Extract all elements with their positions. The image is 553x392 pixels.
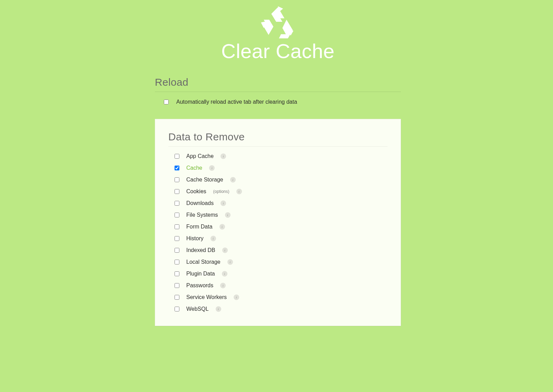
data-item-checkbox[interactable] bbox=[175, 307, 179, 311]
info-icon[interactable]: i bbox=[222, 271, 227, 277]
data-item-row: Form Datai bbox=[175, 223, 387, 230]
data-item-row: Passwordsi bbox=[175, 282, 387, 289]
info-icon[interactable]: i bbox=[236, 189, 242, 194]
auto-reload-checkbox[interactable] bbox=[164, 100, 169, 104]
data-item-checkbox[interactable] bbox=[175, 201, 179, 206]
page-container: Clear Cache Reload Automatically reload … bbox=[155, 0, 401, 326]
data-item-checkbox[interactable] bbox=[175, 213, 179, 217]
data-item-label[interactable]: App Cache bbox=[186, 153, 214, 160]
data-item-label[interactable]: WebSQL bbox=[186, 306, 209, 312]
page-title: Clear Cache bbox=[155, 39, 401, 63]
data-item-row: Cachei bbox=[175, 165, 387, 171]
info-icon[interactable]: i bbox=[221, 200, 226, 206]
data-item-checkbox[interactable] bbox=[175, 177, 179, 182]
reload-section: Reload Automatically reload active tab a… bbox=[155, 76, 401, 106]
auto-reload-label[interactable]: Automatically reload active tab after cl… bbox=[176, 99, 297, 105]
data-item-label[interactable]: Plugin Data bbox=[186, 270, 215, 277]
data-item-label[interactable]: Cookies bbox=[186, 188, 206, 195]
data-item-row: App Cachei bbox=[175, 153, 387, 160]
data-item-row: Historyi bbox=[175, 235, 387, 242]
info-icon[interactable]: i bbox=[209, 165, 215, 171]
data-item-label[interactable]: Local Storage bbox=[186, 259, 221, 265]
data-item-row: Indexed DBi bbox=[175, 247, 387, 254]
data-to-remove-card: Data to Remove App CacheiCacheiCache Sto… bbox=[155, 119, 401, 326]
data-item-label[interactable]: Passwords bbox=[186, 282, 213, 289]
data-item-checkbox[interactable] bbox=[175, 295, 179, 300]
data-item-checkbox[interactable] bbox=[175, 224, 179, 229]
info-icon[interactable]: i bbox=[230, 177, 236, 183]
data-item-checkbox[interactable] bbox=[175, 189, 179, 194]
info-icon[interactable]: i bbox=[234, 295, 239, 300]
info-icon[interactable]: i bbox=[220, 283, 226, 288]
data-item-label[interactable]: Downloads bbox=[186, 200, 214, 207]
data-item-checkbox[interactable] bbox=[175, 236, 179, 241]
data-item-row: Service Workersi bbox=[175, 294, 387, 301]
data-item-checkbox[interactable] bbox=[175, 154, 179, 159]
options-link[interactable]: (options) bbox=[213, 188, 229, 195]
data-item-label[interactable]: Cache bbox=[186, 165, 202, 171]
data-item-row: Cookies(options)i bbox=[175, 188, 387, 195]
info-icon[interactable]: i bbox=[221, 153, 226, 159]
data-item-label[interactable]: Form Data bbox=[186, 223, 213, 230]
auto-reload-option: Automatically reload active tab after cl… bbox=[155, 98, 401, 106]
data-item-label[interactable]: Indexed DB bbox=[186, 247, 215, 254]
reload-section-title: Reload bbox=[155, 76, 401, 92]
data-item-row: File Systemsi bbox=[175, 212, 387, 218]
data-item-checkbox[interactable] bbox=[175, 166, 179, 170]
data-item-checkbox[interactable] bbox=[175, 271, 179, 276]
info-icon[interactable]: i bbox=[219, 224, 225, 230]
data-item-row: WebSQLi bbox=[175, 306, 387, 312]
info-icon[interactable]: i bbox=[210, 236, 216, 241]
data-item-row: Plugin Datai bbox=[175, 270, 387, 277]
info-icon[interactable]: i bbox=[216, 306, 221, 312]
header: Clear Cache bbox=[155, 5, 401, 63]
data-item-label[interactable]: History bbox=[186, 235, 204, 242]
recycle-icon bbox=[259, 5, 297, 41]
data-to-remove-title: Data to Remove bbox=[168, 131, 387, 147]
data-item-checkbox[interactable] bbox=[175, 248, 179, 253]
data-to-remove-list: App CacheiCacheiCache StorageiCookies(op… bbox=[168, 153, 387, 312]
data-item-row: Downloadsi bbox=[175, 200, 387, 207]
data-item-label[interactable]: File Systems bbox=[186, 212, 218, 218]
data-item-label[interactable]: Service Workers bbox=[186, 294, 227, 301]
data-item-row: Cache Storagei bbox=[175, 176, 387, 183]
info-icon[interactable]: i bbox=[222, 248, 228, 253]
data-item-label[interactable]: Cache Storage bbox=[186, 176, 223, 183]
info-icon[interactable]: i bbox=[227, 259, 233, 265]
info-icon[interactable]: i bbox=[225, 212, 231, 218]
data-item-row: Local Storagei bbox=[175, 259, 387, 265]
data-item-checkbox[interactable] bbox=[175, 260, 179, 264]
data-item-checkbox[interactable] bbox=[175, 283, 179, 288]
